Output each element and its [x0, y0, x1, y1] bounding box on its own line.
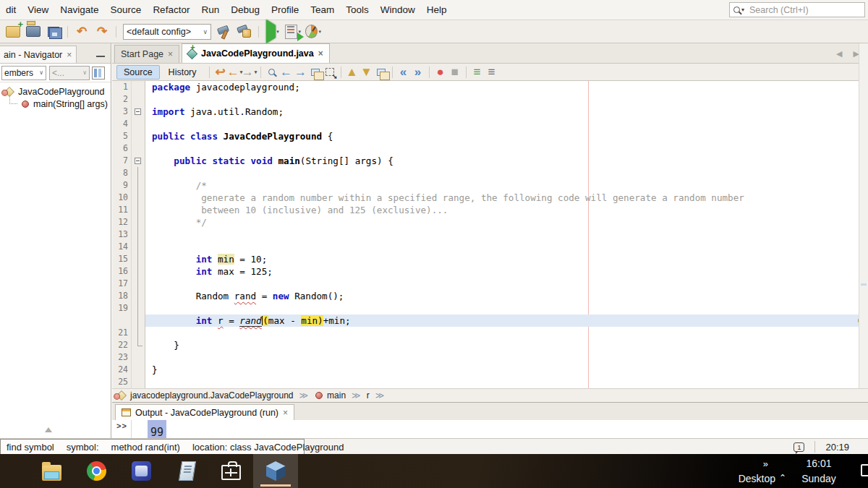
fold-column[interactable]: [132, 351, 145, 364]
output-console[interactable]: >> 99: [112, 420, 868, 438]
menu-item-team[interactable]: Team: [305, 1, 340, 19]
profile-icon[interactable]: ▾: [305, 24, 321, 40]
menu-item-tools[interactable]: Tools: [340, 1, 375, 19]
run-icon-dropdown[interactable]: ▾: [276, 29, 279, 35]
fold-column[interactable]: [132, 364, 145, 376]
code-line-14[interactable]: 14: [112, 241, 868, 253]
fold-column[interactable]: [132, 241, 145, 253]
gutter-line-25[interactable]: 25: [112, 376, 132, 388]
navigator-close-icon[interactable]: ×: [67, 50, 72, 60]
code-line-19[interactable]: 19: [112, 302, 868, 314]
fold-column[interactable]: [132, 314, 145, 327]
code-line-9[interactable]: 9 /*: [112, 179, 868, 192]
menu-item-run[interactable]: Run: [195, 1, 225, 19]
comment-icon[interactable]: ≡: [471, 66, 484, 79]
profile-icon-dropdown[interactable]: ▾: [318, 29, 321, 35]
code-editor[interactable]: 1package javacodeplayground;23import jav…: [112, 81, 868, 388]
error-stripe[interactable]: [859, 43, 868, 438]
code-line-23[interactable]: 23: [112, 351, 868, 364]
code-line-2[interactable]: 2: [112, 93, 868, 106]
desktop-label[interactable]: Desktop: [739, 473, 775, 484]
taskbar-netbeans-icon[interactable]: [253, 454, 298, 488]
menu-item-debug[interactable]: Debug: [225, 1, 265, 19]
code-line-7[interactable]: 7 public static void main(String[] args)…: [112, 155, 868, 167]
find-icon[interactable]: [265, 66, 278, 79]
gutter-line-7[interactable]: 7: [112, 155, 132, 167]
gutter-line-18[interactable]: 18: [112, 290, 132, 302]
code-line-25[interactable]: 25: [112, 376, 868, 388]
fold-column[interactable]: [132, 81, 145, 93]
gutter-line-9[interactable]: 9: [112, 179, 132, 192]
gutter-line-10[interactable]: 10: [112, 192, 132, 204]
breadcrumb-item[interactable]: main: [327, 390, 346, 401]
fold-column[interactable]: [132, 155, 145, 167]
gutter-line-8[interactable]: 8: [112, 167, 132, 179]
gutter-line-22[interactable]: 22: [112, 339, 132, 351]
fold-column[interactable]: [132, 290, 145, 302]
gutter-line-24[interactable]: 24: [112, 364, 132, 376]
view-button-history[interactable]: History: [161, 65, 204, 80]
fold-column[interactable]: [132, 216, 145, 228]
code-line-4[interactable]: 4: [112, 118, 868, 130]
undo-icon[interactable]: ↶: [74, 24, 90, 40]
tab-javacodeplayground-java[interactable]: JavaCodePlayground.java×: [182, 43, 330, 63]
filter-select[interactable]: <...∨: [49, 66, 90, 80]
menu-item-dit[interactable]: dit: [0, 1, 22, 19]
find-next-icon[interactable]: →: [294, 66, 307, 79]
gutter-line-6[interactable]: 6: [112, 142, 132, 155]
fold-column[interactable]: [132, 179, 145, 192]
toggle-bookmark-icon[interactable]: [375, 66, 388, 79]
forward-icon-dropdown[interactable]: ▾: [255, 69, 258, 75]
fold-column[interactable]: [132, 192, 145, 204]
view-button-source[interactable]: Source: [116, 65, 160, 80]
rectangular-selection-icon[interactable]: [323, 66, 336, 79]
action-center-icon[interactable]: [861, 464, 868, 476]
code-line-6[interactable]: 6: [112, 142, 868, 155]
code-line-21[interactable]: 21: [112, 327, 868, 339]
save-all-icon[interactable]: [46, 24, 61, 40]
taskbar-overflow-icon[interactable]: »: [763, 458, 768, 469]
fold-column[interactable]: [132, 376, 145, 388]
code-line-16[interactable]: 16 int max = 125;: [112, 265, 868, 278]
menu-item-navigate[interactable]: Navigate: [54, 1, 104, 19]
last-edit-icon[interactable]: ↩: [214, 66, 227, 79]
taskbar-clock[interactable]: 16:01: [797, 458, 841, 469]
stop-macro-icon[interactable]: ■: [448, 66, 461, 79]
gutter-line-19[interactable]: 19: [112, 302, 132, 314]
fold-column[interactable]: [132, 142, 145, 155]
gutter-line-5[interactable]: 5: [112, 130, 132, 142]
code-line-11[interactable]: 11 between 10 (inclusive) and 125 (exclu…: [112, 204, 868, 216]
gutter-line-15[interactable]: 15: [112, 253, 132, 265]
output-close-icon[interactable]: ×: [283, 408, 288, 418]
taskbar-store-icon[interactable]: [208, 454, 253, 488]
show-hidden-icons-chevron[interactable]: ⌃: [779, 473, 786, 483]
code-line-12[interactable]: 12 */: [112, 216, 868, 228]
toggle-highlight-icon[interactable]: [309, 66, 322, 79]
navigator-tab[interactable]: ain - Navigator ×: [0, 46, 77, 63]
gutter-line-16[interactable]: 16: [112, 265, 132, 278]
gutter-line-14[interactable]: 14: [112, 241, 132, 253]
gutter-line-2[interactable]: 2: [112, 93, 132, 106]
fold-column[interactable]: [132, 339, 145, 351]
fold-column[interactable]: [132, 228, 145, 241]
fold-column[interactable]: [132, 327, 145, 339]
fold-column[interactable]: [132, 253, 145, 265]
menu-item-profile[interactable]: Profile: [265, 1, 305, 19]
taskbar-notepad-icon[interactable]: [163, 454, 208, 488]
fold-column[interactable]: [132, 93, 145, 106]
debug-icon[interactable]: ▾: [285, 24, 301, 40]
gutter-line-4[interactable]: 4: [112, 118, 132, 130]
menu-item-refactor[interactable]: Refactor: [147, 1, 195, 19]
gutter-line-13[interactable]: 13: [112, 228, 132, 241]
menu-item-view[interactable]: View: [22, 1, 54, 19]
code-line-1[interactable]: 1package javacodeplayground;: [112, 81, 868, 93]
tab-close-icon[interactable]: ×: [168, 49, 173, 59]
gutter-line-11[interactable]: 11: [112, 204, 132, 216]
gutter-line-20[interactable]: [112, 314, 132, 327]
forward-icon[interactable]: →▾: [243, 66, 256, 79]
fold-column[interactable]: [132, 302, 145, 314]
menu-item-source[interactable]: Source: [105, 1, 148, 19]
run-icon[interactable]: ▾: [265, 24, 281, 40]
code-line-10[interactable]: 10 generate a random number within a spe…: [112, 192, 868, 204]
shift-left-icon[interactable]: «: [397, 66, 410, 79]
